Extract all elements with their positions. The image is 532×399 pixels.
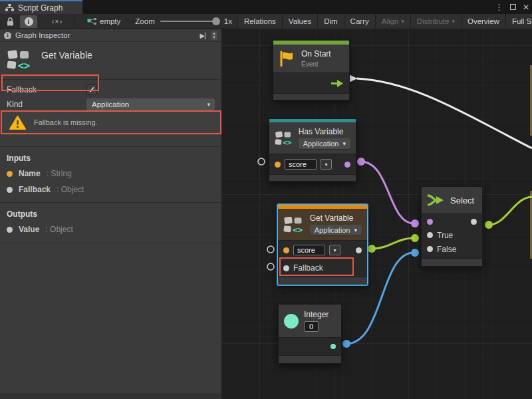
node-title: Has Variable [299, 127, 350, 136]
wire-endpoint [368, 245, 376, 253]
node-header: <> Has Variable Application ▾ [269, 122, 356, 154]
warning-icon [9, 115, 26, 130]
node-header: On Start Event [273, 45, 349, 72]
kind-dropdown[interactable]: Application ▾ [310, 225, 362, 235]
divider [0, 243, 221, 243]
port-name: Value [19, 225, 39, 234]
selection-output-port[interactable] [471, 219, 477, 225]
zoom-slider-handle[interactable] [212, 17, 220, 25]
fallback-input-port[interactable] [283, 265, 289, 271]
result-output-port[interactable] [344, 162, 350, 168]
chevron-down-icon: ▾ [207, 101, 210, 108]
node-header: <> Get Variable Application ▾ [278, 209, 367, 240]
scroll-arrows[interactable]: ▲▼ [211, 31, 217, 40]
distribute-button[interactable]: Distribute▾ [410, 14, 461, 29]
carry-button[interactable]: Carry [344, 14, 375, 29]
variable-picker-button[interactable]: ▾ [329, 245, 340, 255]
node-body: score ▾ [269, 154, 356, 174]
node-get-variable[interactable]: <> Get Variable Application ▾ score [277, 204, 368, 285]
unit-title: Get Variable [41, 49, 92, 61]
main-area: i Graph Inspector ▶] ▲▼ <> Get Variable … [0, 29, 532, 399]
value-output-port[interactable] [356, 247, 362, 253]
chevron-down-icon: ▾ [342, 140, 346, 147]
align-button[interactable]: Align▾ [375, 14, 410, 29]
window-controls: ⋮ ✕ [495, 0, 529, 14]
inspector-header: i Graph Inspector ▶] ▲▼ [0, 29, 221, 42]
wire-endpoint [342, 340, 350, 348]
node-has-variable[interactable]: <> Has Variable Application ▾ score [269, 118, 356, 182]
dock-icon[interactable]: ▶] [200, 32, 205, 39]
node-integer[interactable]: Integer 0 [278, 304, 342, 364]
node-body [279, 337, 341, 355]
condition-input-port[interactable] [427, 219, 433, 225]
false-input-port[interactable] [427, 246, 433, 252]
title-bar: Script Graph ⋮ ✕ [0, 0, 532, 14]
inspector-toggle-button[interactable]: i [20, 15, 37, 28]
wire-green [372, 238, 414, 249]
node-title: Select [450, 196, 474, 205]
port-name: Fallback [19, 185, 51, 194]
zoom-slider[interactable] [160, 21, 219, 22]
kind-dropdown[interactable]: Application ▾ [299, 138, 350, 149]
node-body: True False [422, 213, 482, 258]
unconnected-port-ring[interactable] [258, 158, 265, 165]
port-name: Name [19, 169, 41, 178]
graph-canvas[interactable]: On Start Event [222, 29, 532, 399]
graph-icon [5, 4, 14, 11]
flag-icon [279, 51, 296, 66]
node-header: Select [422, 187, 482, 213]
tab-script-graph[interactable]: Script Graph [0, 0, 82, 14]
control-wire [356, 78, 532, 148]
fullscreen-button[interactable]: Full Screen [505, 14, 532, 29]
dim-button[interactable]: Dim [317, 14, 343, 29]
graph-reference[interactable]: empty [75, 17, 130, 25]
graph-toolbar: i ‹×› empty Zoom 1x R [0, 14, 532, 29]
chevron-down-icon: ▾ [401, 18, 404, 25]
integer-value-field[interactable]: 0 [304, 321, 319, 332]
node-on-start[interactable]: On Start Event [273, 40, 350, 100]
variables-icon: <> [275, 128, 293, 148]
output-port-row: Value : Object [0, 221, 221, 237]
kind-field-row: Kind Application ▾ [0, 97, 221, 112]
integer-output-port[interactable] [331, 344, 336, 349]
variable-picker-button[interactable]: ▾ [321, 159, 332, 170]
outputs-header: Outputs [0, 203, 221, 221]
variable-name-field[interactable]: score [293, 245, 325, 255]
relations-button[interactable]: Relations [237, 14, 282, 29]
kebab-menu-icon[interactable]: ⋮ [495, 3, 503, 11]
true-input-port[interactable] [427, 232, 433, 238]
kind-value: Application [303, 140, 339, 148]
true-port-label: True [437, 231, 453, 240]
unconnected-port-ring[interactable] [267, 246, 274, 253]
graph-inspector-panel: i Graph Inspector ▶] ▲▼ <> Get Variable … [0, 29, 222, 399]
port-dot-orange [7, 171, 13, 177]
chevron-down-icon: ▾ [354, 227, 357, 233]
node-title: On Start [301, 49, 331, 59]
warning-message: Fallback is missing. [34, 118, 97, 126]
wires-layer [222, 29, 532, 399]
fallback-checkbox[interactable]: ✓ [86, 84, 97, 95]
wire-endpoint [485, 221, 493, 229]
values-button[interactable]: Values [282, 14, 317, 29]
input-port-row: Fallback : Object [0, 182, 221, 198]
maximize-icon[interactable] [510, 4, 516, 10]
port-dot-gray [7, 227, 13, 233]
port-type: : Object [57, 185, 84, 194]
code-view-icon[interactable]: ‹×› [40, 17, 74, 25]
control-output-port[interactable] [331, 79, 344, 88]
lock-icon[interactable] [0, 17, 20, 26]
inspector-bottom-strip [0, 394, 221, 399]
svg-text:<>: <> [283, 138, 292, 147]
node-select[interactable]: Select True False [421, 186, 483, 267]
kind-dropdown[interactable]: Application ▾ [86, 98, 215, 110]
fallback-port-label: Fallback [293, 263, 323, 273]
name-input-port[interactable] [283, 247, 289, 253]
tab-label: Script Graph [18, 3, 63, 13]
variable-name-field[interactable]: score [285, 159, 317, 170]
unconnected-port-ring[interactable] [267, 263, 274, 270]
close-icon[interactable]: ✕ [523, 3, 529, 11]
name-input-port[interactable] [275, 162, 281, 168]
select-icon [427, 193, 445, 207]
overview-button[interactable]: Overview [461, 14, 505, 29]
wire-endpoint [411, 219, 419, 227]
